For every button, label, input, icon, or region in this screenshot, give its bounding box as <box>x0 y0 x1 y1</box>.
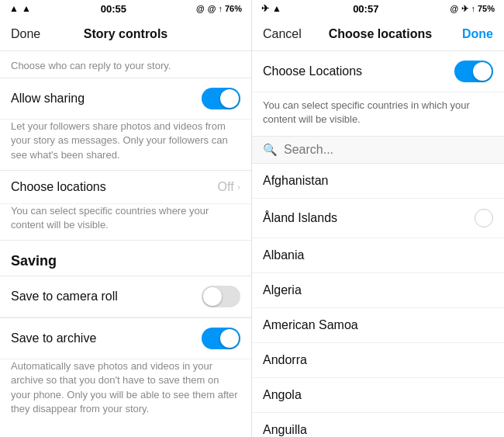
right-nav-bar: Cancel Choose locations Done <box>252 17 504 51</box>
left-status-bar: ▲ ▲ 00:55 @ @ ↑ 76% <box>0 0 251 17</box>
left-status-right: @ @ ↑ 76% <box>196 4 242 13</box>
choose-locations-value: Off <box>218 180 234 194</box>
right-status-time: 00:57 <box>353 3 378 15</box>
saving-section-header: Saving <box>0 241 251 276</box>
country-name: Algeria <box>263 283 302 297</box>
left-nav-title: Story controls <box>45 27 206 41</box>
save-archive-row: Save to archive <box>0 318 251 359</box>
save-camera-roll-label: Save to camera roll <box>11 290 118 303</box>
done-button[interactable]: Done <box>11 27 45 41</box>
right-status-left: ✈ ▲ <box>261 3 281 14</box>
search-icon: 🔍 <box>263 143 278 157</box>
country-name: Angola <box>263 388 302 402</box>
save-camera-roll-row: Save to camera roll <box>0 276 251 317</box>
reply-description: Choose who can reply to your story. <box>0 51 251 78</box>
locations-description: You can select specific countries where … <box>0 204 251 240</box>
choose-locations-header-desc: You can select specific countries in whi… <box>252 92 504 137</box>
country-row[interactable]: Algeria <box>252 273 504 308</box>
choose-locations-value-arrow: Off › <box>218 180 240 194</box>
country-name: Åland Islands <box>263 211 337 225</box>
allow-sharing-label: Allow sharing <box>11 92 85 106</box>
country-name: American Samoa <box>263 318 358 332</box>
right-status-bar: ✈ ▲ 00:57 @ ✈ ↑ 75% <box>252 0 504 17</box>
country-name: Albania <box>263 248 304 262</box>
search-bar: 🔍 <box>252 137 504 164</box>
save-archive-knob <box>220 329 239 348</box>
allow-sharing-row: Allow sharing <box>0 78 251 120</box>
country-list: AfghanistanÅland IslandsAlbaniaAlgeriaAm… <box>252 164 504 437</box>
right-status-right: @ ✈ ↑ 75% <box>450 4 495 14</box>
wifi-icon: ▲ <box>9 3 19 14</box>
country-name: Andorra <box>263 353 307 367</box>
choose-locations-label: Choose locations <box>11 180 106 194</box>
signal-right: ✈ ↑ 75% <box>461 4 495 14</box>
save-archive-toggle[interactable] <box>202 328 240 349</box>
left-panel-content: Choose who can reply to your story. Allo… <box>0 51 251 437</box>
airplane-icon: ✈ <box>261 3 269 14</box>
wifi-icon-right: ▲ <box>272 3 281 14</box>
sharing-description: Let your followers share photos and vide… <box>0 120 251 170</box>
location-icon: @ <box>196 4 205 13</box>
country-row[interactable]: American Samoa <box>252 308 504 343</box>
left-status-time: 00:55 <box>101 3 126 15</box>
signal-strength: @ ↑ 76% <box>208 4 242 13</box>
right-panel-content: Choose Locations You can select specific… <box>252 51 504 437</box>
allow-sharing-toggle[interactable] <box>202 88 240 109</box>
right-panel: ✈ ▲ 00:57 @ ✈ ↑ 75% Cancel Choose locati… <box>252 0 504 437</box>
right-done-button[interactable]: Done <box>459 27 493 41</box>
left-nav-bar: Done Story controls <box>0 17 251 51</box>
country-row[interactable]: Anguilla <box>252 413 504 437</box>
left-panel: ▲ ▲ 00:55 @ @ ↑ 76% Done Story controls … <box>0 0 252 437</box>
choose-locations-header-label: Choose Locations <box>263 64 362 78</box>
right-nav-title: Choose locations <box>302 27 459 41</box>
left-status-left: ▲ ▲ <box>9 3 31 14</box>
chevron-right-icon: › <box>237 181 240 192</box>
country-name: Anguilla <box>263 423 307 437</box>
country-row[interactable]: Andorra <box>252 343 504 378</box>
country-row[interactable]: Afghanistan <box>252 164 504 199</box>
save-camera-roll-toggle[interactable] <box>202 286 240 307</box>
cancel-button[interactable]: Cancel <box>263 27 302 41</box>
choose-locations-header-row: Choose Locations <box>252 51 504 92</box>
save-archive-label: Save to archive <box>11 331 96 345</box>
archive-description: Automatically save photos and videos in … <box>0 359 251 424</box>
country-row[interactable]: Åland Islands <box>252 199 504 238</box>
search-input[interactable] <box>284 143 493 157</box>
choose-locations-header-knob <box>473 62 492 81</box>
country-row[interactable]: Angola <box>252 378 504 413</box>
choose-locations-header-toggle[interactable] <box>454 61 493 82</box>
country-row[interactable]: Albania <box>252 238 504 273</box>
radio-circle[interactable] <box>475 209 493 227</box>
choose-locations-row[interactable]: Choose locations Off › <box>0 171 251 204</box>
signal-icon: ▲ <box>22 3 31 14</box>
save-camera-roll-knob <box>203 287 222 306</box>
country-name: Afghanistan <box>263 174 329 188</box>
allow-sharing-knob <box>220 89 239 108</box>
location-icon-right: @ <box>450 4 459 13</box>
